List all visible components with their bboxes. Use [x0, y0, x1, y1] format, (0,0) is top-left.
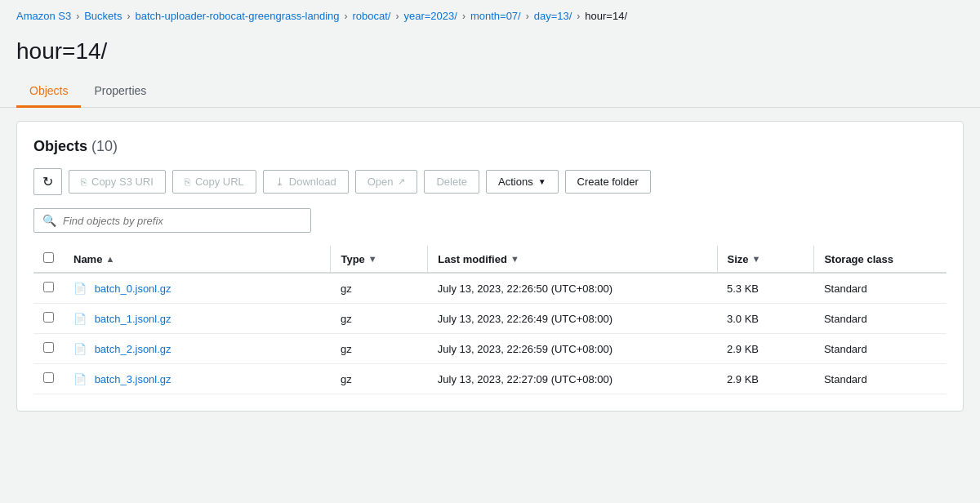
tabs-container: Objects Properties [0, 78, 980, 108]
row-type-cell: gz [331, 334, 428, 364]
modified-sort-icon[interactable]: ▼ [510, 254, 519, 264]
open-external-icon: ↗ [398, 176, 405, 187]
objects-table: Name ▲ Type ▼ Last modified ▼ [33, 246, 947, 394]
tabs: Objects Properties [16, 78, 964, 107]
actions-chevron-icon: ▼ [538, 177, 546, 186]
breadcrumb-current: hour=14/ [585, 10, 627, 22]
breadcrumb-year[interactable]: year=2023/ [403, 10, 457, 22]
tab-properties[interactable]: Properties [81, 78, 159, 108]
breadcrumb-sep-3: › [345, 11, 348, 22]
breadcrumb-sep-2: › [127, 11, 130, 22]
row-type-cell: gz [331, 364, 428, 394]
row-name-link[interactable]: batch_3.jsonl.gz [95, 373, 172, 385]
row-storage-cell: Standard [814, 364, 947, 394]
file-icon: 📄 [74, 313, 87, 325]
col-modified-header: Last modified ▼ [428, 246, 717, 273]
row-checkbox-1[interactable] [43, 312, 54, 323]
row-size-cell: 5.3 KB [717, 273, 814, 304]
breadcrumb-sep-7: › [577, 11, 580, 22]
row-storage-cell: Standard [814, 273, 947, 304]
copy-url-button[interactable]: ⎘ Copy URL [172, 170, 256, 194]
create-folder-button[interactable]: Create folder [565, 170, 651, 194]
col-size-header: Size ▼ [717, 246, 814, 273]
row-size-cell: 2.9 KB [717, 334, 814, 364]
row-checkbox-cell [33, 304, 64, 334]
open-label: Open [368, 176, 394, 188]
download-icon: ⤓ [275, 176, 284, 188]
row-name-cell: 📄 batch_0.jsonl.gz [64, 273, 331, 304]
file-icon: 📄 [74, 283, 87, 295]
copy-s3-uri-icon: ⎘ [81, 176, 87, 188]
row-checkbox-0[interactable] [43, 282, 54, 292]
row-name-link[interactable]: batch_0.jsonl.gz [95, 283, 172, 295]
copy-url-label: Copy URL [195, 176, 244, 188]
breadcrumb: Amazon S3 › Buckets › batch-uploader-rob… [0, 0, 980, 32]
breadcrumb-buckets[interactable]: Buckets [84, 10, 122, 22]
search-container: 🔍 [33, 208, 311, 233]
name-sort-icon[interactable]: ▲ [105, 254, 114, 264]
tab-objects[interactable]: Objects [16, 78, 81, 108]
breadcrumb-sep-5: › [462, 11, 466, 22]
size-sort-icon[interactable]: ▼ [752, 254, 761, 264]
row-name-link[interactable]: batch_1.jsonl.gz [95, 313, 172, 325]
row-type-cell: gz [331, 273, 428, 304]
row-checkbox-cell [33, 273, 64, 304]
row-checkbox-cell [33, 334, 64, 364]
row-storage-cell: Standard [814, 304, 947, 334]
actions-button[interactable]: Actions ▼ [486, 170, 559, 194]
table-row: 📄 batch_0.jsonl.gz gz July 13, 2023, 22:… [33, 273, 947, 304]
row-size-cell: 2.9 KB [717, 364, 814, 394]
breadcrumb-robocat[interactable]: robocat/ [353, 10, 391, 22]
delete-label: Delete [436, 176, 467, 188]
main-content: Objects (10) ↻ ⎘ Copy S3 URI ⎘ Copy URL … [16, 121, 964, 412]
objects-header: Objects (10) [33, 138, 947, 155]
toolbar: ↻ ⎘ Copy S3 URI ⎘ Copy URL ⤓ Download Op… [33, 168, 947, 195]
delete-button[interactable]: Delete [424, 170, 479, 194]
row-type-cell: gz [331, 304, 428, 334]
row-checkbox-3[interactable] [43, 372, 54, 383]
file-icon: 📄 [74, 343, 87, 355]
refresh-button[interactable]: ↻ [33, 168, 62, 195]
refresh-icon: ↻ [42, 174, 53, 189]
search-input[interactable] [63, 215, 302, 227]
objects-title: Objects [33, 138, 87, 154]
open-button[interactable]: Open ↗ [355, 170, 418, 194]
row-name-link[interactable]: batch_2.jsonl.gz [95, 343, 172, 355]
table-row: 📄 batch_2.jsonl.gz gz July 13, 2023, 22:… [33, 334, 947, 364]
copy-s3-uri-button[interactable]: ⎘ Copy S3 URI [69, 170, 166, 194]
page-title: hour=14/ [0, 32, 980, 78]
breadcrumb-sep-6: › [526, 11, 529, 22]
download-label: Download [289, 176, 336, 188]
type-sort-icon[interactable]: ▼ [368, 254, 377, 264]
breadcrumb-day[interactable]: day=13/ [534, 10, 572, 22]
row-name-cell: 📄 batch_1.jsonl.gz [64, 304, 331, 334]
breadcrumb-month[interactable]: month=07/ [470, 10, 521, 22]
row-modified-cell: July 13, 2023, 22:26:49 (UTC+08:00) [428, 304, 717, 334]
col-name-header: Name ▲ [64, 246, 331, 273]
create-folder-label: Create folder [577, 176, 639, 188]
row-modified-cell: July 13, 2023, 22:27:09 (UTC+08:00) [428, 364, 717, 394]
col-storage-header: Storage class [814, 246, 947, 273]
row-name-cell: 📄 batch_2.jsonl.gz [64, 334, 331, 364]
select-all-checkbox[interactable] [43, 252, 54, 263]
actions-label: Actions [498, 176, 533, 188]
copy-s3-uri-label: Copy S3 URI [91, 176, 154, 188]
select-all-header [33, 246, 64, 273]
row-size-cell: 3.0 KB [717, 304, 814, 334]
download-button[interactable]: ⤓ Download [263, 170, 349, 194]
file-icon: 📄 [74, 373, 87, 385]
copy-url-icon: ⎘ [185, 176, 190, 188]
row-storage-cell: Standard [814, 334, 947, 364]
row-name-cell: 📄 batch_3.jsonl.gz [64, 364, 331, 394]
table-row: 📄 batch_3.jsonl.gz gz July 13, 2023, 22:… [33, 364, 947, 394]
row-checkbox-cell [33, 364, 64, 394]
table-row: 📄 batch_1.jsonl.gz gz July 13, 2023, 22:… [33, 304, 947, 334]
breadcrumb-bucket-name[interactable]: batch-uploader-robocat-greengrass-landin… [135, 10, 339, 22]
breadcrumb-amazon-s3[interactable]: Amazon S3 [16, 10, 71, 22]
breadcrumb-sep-1: › [76, 11, 79, 22]
breadcrumb-sep-4: › [395, 11, 399, 22]
col-type-header: Type ▼ [331, 246, 428, 273]
row-modified-cell: July 13, 2023, 22:26:59 (UTC+08:00) [428, 334, 717, 364]
row-modified-cell: July 13, 2023, 22:26:50 (UTC+08:00) [428, 273, 717, 304]
row-checkbox-2[interactable] [43, 342, 54, 353]
